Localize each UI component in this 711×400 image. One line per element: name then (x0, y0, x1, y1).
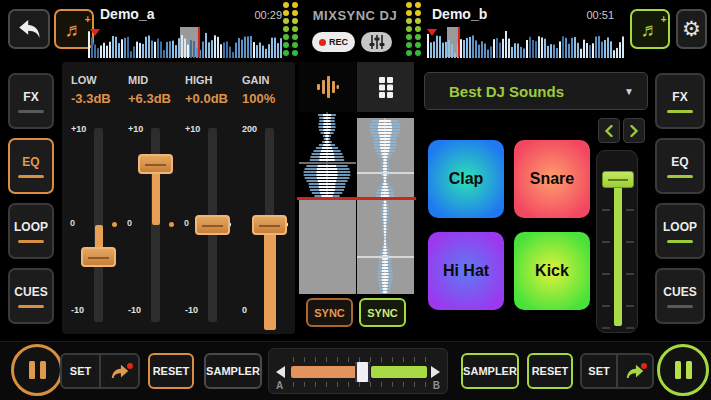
volume-thumb[interactable] (602, 171, 634, 188)
sidebar-b-tab-loop[interactable]: LOOP (655, 203, 705, 259)
next-bank-button[interactable] (623, 118, 645, 143)
deck-b-sync-button[interactable]: SYNC (359, 298, 406, 327)
crossfader[interactable]: A B (268, 348, 448, 394)
crossfader-tick (403, 357, 404, 362)
crossfader-tick (392, 382, 393, 387)
sidebar-b-tab-eq[interactable]: EQ (655, 138, 705, 194)
deck-b-pause-button[interactable] (657, 344, 709, 396)
eq-scale-bottom: -10 (71, 305, 84, 315)
sidebar-a-tab-fx[interactable]: FX (8, 73, 54, 129)
meter-column (406, 2, 412, 56)
eq-high-channel: HIGH+0.0dB+100-10 (180, 62, 237, 334)
eq-low-thumb[interactable] (81, 247, 116, 267)
meter-dot (292, 26, 298, 32)
deck-a-set-group: SET (60, 353, 140, 389)
sidebar-b-tab-fx[interactable]: FX (655, 73, 705, 129)
deck-b-track-wave-strip[interactable] (357, 118, 414, 294)
tab-indicator (18, 110, 44, 113)
deck-b-waveform-overview[interactable] (427, 27, 625, 58)
mixer-button[interactable] (361, 32, 392, 52)
tab-indicator (18, 240, 44, 243)
eq-scale-mid: 0 (70, 218, 75, 228)
pad-label: Clap (449, 170, 484, 188)
deck-b-reset-button[interactable]: RESET (527, 353, 573, 389)
crossfader-a-label: A (276, 380, 283, 391)
volume-tick (602, 209, 610, 211)
pad-clap[interactable]: Clap (428, 140, 504, 218)
tab-indicator (667, 240, 693, 243)
crossfader-tick (403, 382, 404, 387)
sample-pack-dropdown[interactable]: Best DJ Sounds ▼ (424, 72, 648, 110)
deck-a-pause-button[interactable] (11, 344, 63, 396)
eq-scale-top: +10 (185, 124, 200, 134)
meter-dot (292, 2, 298, 8)
crossfader-tick (359, 382, 360, 387)
waveform-view-tab[interactable] (299, 62, 356, 112)
meter-dot (406, 10, 412, 16)
waveform-view-icon (317, 75, 339, 99)
deck-a-level-meter (283, 2, 298, 56)
deck-a-sampler-button[interactable]: SAMPLER (204, 353, 262, 389)
deck-b-time: 00:51 (578, 9, 614, 21)
tab-label: FX (23, 90, 38, 104)
meter-dot (415, 2, 421, 8)
crossfader-tick (381, 382, 382, 387)
crossfader-thumb[interactable] (355, 362, 370, 382)
meter-dot (292, 34, 298, 40)
record-label: REC (329, 37, 348, 47)
meter-dot (415, 26, 421, 32)
crossfader-tick (293, 382, 294, 387)
eq-low-channel: LOW-3.3dB+100-10 (66, 62, 123, 334)
meter-dot (283, 42, 289, 48)
bottombar: SET RESET SAMPLER A B SAMPLER RESET S (0, 341, 711, 400)
deck-a-sidebar: FXEQLOOPCUES (8, 73, 54, 324)
deck-b-set-button[interactable]: SET (582, 355, 616, 387)
deck-b-volume-slider[interactable] (596, 150, 638, 333)
record-button[interactable]: REC (312, 32, 355, 52)
playhead-line (198, 27, 200, 57)
sampler-pads: ClapSnareHi HatKick (428, 140, 590, 310)
settings-button[interactable]: ⚙ (676, 9, 707, 49)
pad-kick[interactable]: Kick (514, 232, 590, 310)
tab-indicator (667, 175, 693, 178)
crossfader-left-arrow-icon[interactable] (276, 366, 285, 378)
meter-dot (283, 50, 289, 56)
deck-a-set-button[interactable]: SET (62, 355, 99, 387)
crossfader-tick (337, 382, 338, 387)
prev-bank-button[interactable] (598, 118, 620, 143)
deck-a-waveform-overview[interactable] (88, 27, 283, 58)
tab-label: LOOP (663, 220, 697, 234)
eq-channel-label: HIGH (185, 74, 213, 86)
deck-a-sync-button[interactable]: SYNC (306, 298, 353, 327)
crossfader-right-arrow-icon[interactable] (431, 366, 440, 378)
deck-b-sampler-button[interactable]: SAMPLER (461, 353, 519, 389)
deck-b-forward-beat-button[interactable] (616, 355, 652, 387)
deck-a-reset-button[interactable]: RESET (148, 353, 194, 389)
eq-channel-value: +6.3dB (128, 91, 171, 106)
eq-high-thumb[interactable] (195, 215, 230, 235)
crossfader-tick (348, 382, 349, 387)
eq-scale-bottom: -10 (185, 305, 198, 315)
sidebar-a-tab-eq[interactable]: EQ (8, 138, 54, 194)
tab-indicator (667, 305, 693, 308)
eq-gain-thumb[interactable] (252, 215, 287, 235)
crossfader-b-label: B (433, 380, 440, 391)
sidebar-a-tab-loop[interactable]: LOOP (8, 203, 54, 259)
beat-line (299, 162, 356, 164)
grid-view-tab[interactable] (357, 62, 414, 112)
crossfader-tick (381, 357, 382, 362)
eq-scale-top: +10 (71, 124, 86, 134)
back-button[interactable] (8, 9, 50, 49)
pad-hi-hat[interactable]: Hi Hat (428, 232, 504, 310)
pad-snare[interactable]: Snare (514, 140, 590, 218)
deck-a-track-wave-strip[interactable] (299, 112, 356, 294)
deck-a-forward-beat-button[interactable] (99, 355, 138, 387)
sidebar-b-tab-cues[interactable]: CUES (655, 268, 705, 324)
volume-tick (626, 327, 634, 329)
deck-b-library-button[interactable]: ♬+ (630, 9, 670, 49)
eq-mid-thumb[interactable] (138, 154, 173, 174)
meter-dot (415, 10, 421, 16)
volume-tick (626, 209, 634, 211)
tab-label: EQ (671, 155, 688, 169)
sidebar-a-tab-cues[interactable]: CUES (8, 268, 54, 324)
